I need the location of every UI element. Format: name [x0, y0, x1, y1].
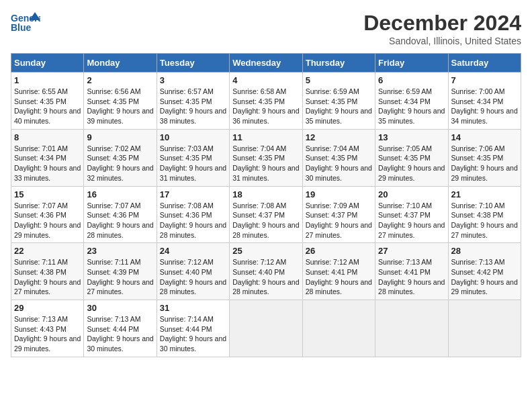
calendar-week-2: 8 Sunrise: 7:01 AM Sunset: 4:34 PM Dayli…	[11, 129, 521, 186]
calendar-cell: 10 Sunrise: 7:03 AM Sunset: 4:35 PM Dayl…	[157, 129, 229, 186]
daylight-label: Daylight: 9 hours and 27 minutes.	[14, 278, 81, 296]
sunset-label: Sunset: 4:36 PM	[14, 211, 66, 219]
day-info: Sunrise: 7:13 AM Sunset: 4:44 PM Dayligh…	[87, 314, 153, 354]
sunrise-label: Sunrise: 7:09 AM	[306, 201, 359, 210]
day-info: Sunrise: 7:12 AM Sunset: 4:41 PM Dayligh…	[306, 257, 372, 297]
sunrise-label: Sunrise: 6:56 AM	[87, 87, 140, 95]
calendar-cell: 31 Sunrise: 7:14 AM Sunset: 4:44 PM Dayl…	[157, 300, 229, 357]
sunset-label: Sunset: 4:35 PM	[451, 154, 504, 162]
day-info: Sunrise: 7:03 AM Sunset: 4:35 PM Dayligh…	[160, 144, 226, 183]
daylight-label: Daylight: 9 hours and 29 minutes.	[14, 221, 81, 239]
day-number: 15	[14, 189, 81, 199]
daylight-label: Daylight: 9 hours and 28 minutes.	[160, 221, 226, 239]
daylight-label: Daylight: 9 hours and 30 minutes.	[87, 334, 153, 353]
day-info: Sunrise: 7:12 AM Sunset: 4:40 PM Dayligh…	[160, 257, 226, 297]
day-info: Sunrise: 6:58 AM Sunset: 4:35 PM Dayligh…	[232, 87, 299, 126]
daylight-label: Daylight: 9 hours and 28 minutes.	[232, 221, 299, 239]
sunset-label: Sunset: 4:43 PM	[14, 325, 66, 333]
sunrise-label: Sunrise: 7:07 AM	[14, 201, 68, 210]
day-number: 5	[306, 75, 372, 85]
day-number: 24	[160, 246, 226, 256]
calendar-cell: 8 Sunrise: 7:01 AM Sunset: 4:34 PM Dayli…	[11, 129, 84, 186]
day-number: 3	[160, 75, 226, 85]
sunrise-label: Sunrise: 7:13 AM	[14, 315, 68, 323]
day-number: 11	[232, 132, 299, 142]
day-number: 8	[14, 132, 81, 142]
sunset-label: Sunset: 4:39 PM	[87, 268, 139, 276]
sunset-label: Sunset: 4:35 PM	[306, 97, 358, 105]
sunrise-label: Sunrise: 7:13 AM	[87, 315, 140, 323]
calendar-cell: 28 Sunrise: 7:13 AM Sunset: 4:42 PM Dayl…	[448, 243, 521, 300]
calendar-cell: 23 Sunrise: 7:11 AM Sunset: 4:39 PM Dayl…	[84, 243, 157, 300]
day-info: Sunrise: 7:10 AM Sunset: 4:38 PM Dayligh…	[451, 201, 518, 240]
day-info: Sunrise: 7:13 AM Sunset: 4:41 PM Dayligh…	[378, 257, 445, 297]
day-info: Sunrise: 7:11 AM Sunset: 4:39 PM Dayligh…	[87, 257, 153, 297]
day-info: Sunrise: 7:08 AM Sunset: 4:36 PM Dayligh…	[160, 201, 226, 240]
day-info: Sunrise: 6:56 AM Sunset: 4:35 PM Dayligh…	[87, 87, 153, 126]
sunset-label: Sunset: 4:35 PM	[232, 97, 285, 105]
sunrise-label: Sunrise: 7:07 AM	[87, 201, 140, 210]
calendar-week-5: 29 Sunrise: 7:13 AM Sunset: 4:43 PM Dayl…	[11, 300, 521, 357]
sunset-label: Sunset: 4:35 PM	[87, 97, 139, 105]
day-number: 20	[378, 189, 445, 199]
day-number: 1	[14, 75, 81, 85]
calendar-cell	[302, 300, 375, 357]
title-block: December 2024 Sandoval, Illinois, United…	[363, 11, 521, 46]
weekday-header-wednesday: Wednesday	[230, 54, 302, 73]
sunset-label: Sunset: 4:35 PM	[306, 154, 358, 162]
day-info: Sunrise: 6:57 AM Sunset: 4:35 PM Dayligh…	[160, 87, 226, 126]
sunset-label: Sunset: 4:37 PM	[232, 211, 285, 219]
daylight-label: Daylight: 9 hours and 27 minutes.	[378, 221, 445, 239]
day-info: Sunrise: 7:09 AM Sunset: 4:37 PM Dayligh…	[306, 201, 372, 240]
day-info: Sunrise: 7:05 AM Sunset: 4:35 PM Dayligh…	[378, 144, 445, 183]
sunrise-label: Sunrise: 7:12 AM	[160, 258, 214, 266]
calendar-cell	[375, 300, 448, 357]
sunset-label: Sunset: 4:40 PM	[232, 268, 285, 276]
month-title: December 2024	[363, 11, 521, 36]
sunrise-label: Sunrise: 7:03 AM	[160, 144, 214, 152]
day-info: Sunrise: 7:13 AM Sunset: 4:42 PM Dayligh…	[451, 257, 518, 297]
calendar-cell: 20 Sunrise: 7:10 AM Sunset: 4:37 PM Dayl…	[375, 186, 448, 243]
day-info: Sunrise: 7:04 AM Sunset: 4:35 PM Dayligh…	[306, 144, 372, 183]
logo-icon: General Blue	[11, 11, 40, 35]
sunset-label: Sunset: 4:34 PM	[14, 154, 66, 162]
day-info: Sunrise: 6:55 AM Sunset: 4:35 PM Dayligh…	[14, 87, 81, 126]
sunset-label: Sunset: 4:34 PM	[378, 97, 431, 105]
day-info: Sunrise: 7:07 AM Sunset: 4:36 PM Dayligh…	[14, 201, 81, 240]
sunrise-label: Sunrise: 7:04 AM	[306, 144, 359, 152]
calendar-cell: 1 Sunrise: 6:55 AM Sunset: 4:35 PM Dayli…	[11, 73, 84, 130]
weekday-header-friday: Friday	[375, 54, 448, 73]
day-info: Sunrise: 7:04 AM Sunset: 4:35 PM Dayligh…	[232, 144, 299, 183]
sunrise-label: Sunrise: 7:08 AM	[160, 201, 214, 210]
calendar-cell: 9 Sunrise: 7:02 AM Sunset: 4:35 PM Dayli…	[84, 129, 157, 186]
daylight-label: Daylight: 9 hours and 30 minutes.	[160, 334, 226, 353]
day-info: Sunrise: 7:14 AM Sunset: 4:44 PM Dayligh…	[160, 314, 226, 354]
daylight-label: Daylight: 9 hours and 28 minutes.	[160, 278, 226, 296]
calendar-cell: 13 Sunrise: 7:05 AM Sunset: 4:35 PM Dayl…	[375, 129, 448, 186]
sunset-label: Sunset: 4:34 PM	[451, 97, 504, 105]
sunrise-label: Sunrise: 7:06 AM	[451, 144, 505, 152]
sunset-label: Sunset: 4:37 PM	[378, 211, 431, 219]
daylight-label: Daylight: 9 hours and 34 minutes.	[451, 107, 518, 125]
sunset-label: Sunset: 4:35 PM	[160, 97, 212, 105]
day-number: 21	[451, 189, 518, 199]
day-number: 27	[378, 246, 445, 256]
calendar-cell: 2 Sunrise: 6:56 AM Sunset: 4:35 PM Dayli…	[84, 73, 157, 130]
day-info: Sunrise: 7:11 AM Sunset: 4:38 PM Dayligh…	[14, 257, 81, 297]
daylight-label: Daylight: 9 hours and 31 minutes.	[232, 164, 299, 182]
day-number: 12	[306, 132, 372, 142]
sunrise-label: Sunrise: 6:57 AM	[160, 87, 214, 95]
calendar-cell	[230, 300, 302, 357]
sunset-label: Sunset: 4:36 PM	[87, 211, 139, 219]
calendar-cell: 16 Sunrise: 7:07 AM Sunset: 4:36 PM Dayl…	[84, 186, 157, 243]
weekday-header-monday: Monday	[84, 54, 157, 73]
calendar-cell: 26 Sunrise: 7:12 AM Sunset: 4:41 PM Dayl…	[302, 243, 375, 300]
day-number: 16	[87, 189, 153, 199]
calendar-week-1: 1 Sunrise: 6:55 AM Sunset: 4:35 PM Dayli…	[11, 73, 521, 130]
daylight-label: Daylight: 9 hours and 28 minutes.	[87, 221, 153, 239]
sunrise-label: Sunrise: 6:59 AM	[306, 87, 359, 95]
calendar-cell: 15 Sunrise: 7:07 AM Sunset: 4:36 PM Dayl…	[11, 186, 84, 243]
daylight-label: Daylight: 9 hours and 39 minutes.	[87, 107, 153, 125]
sunset-label: Sunset: 4:42 PM	[451, 268, 504, 276]
day-info: Sunrise: 7:12 AM Sunset: 4:40 PM Dayligh…	[232, 257, 299, 297]
